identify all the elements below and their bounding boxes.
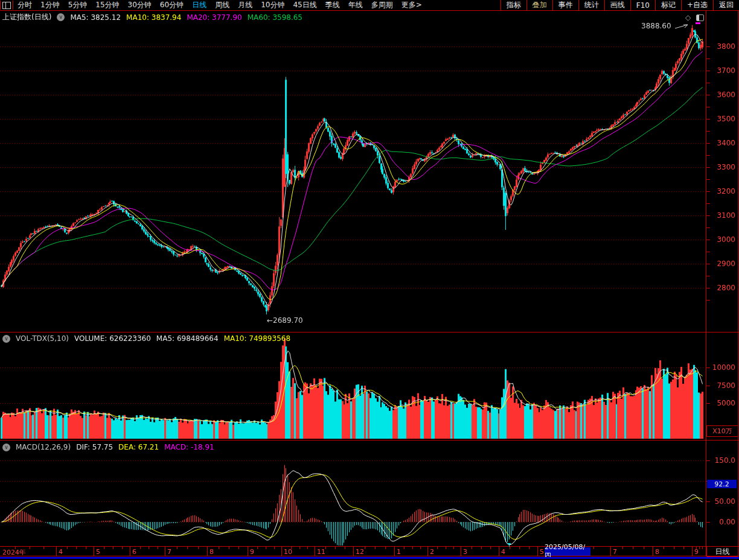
page-title: 上证指数(日线) [2,12,51,22]
month-label: 7 [613,548,617,556]
toolbar-button-8[interactable]: 返回 [713,0,739,10]
toolbar-button-0[interactable]: 指标 [501,0,526,10]
volume-tick: 7500 [705,381,735,390]
period-tab-0[interactable]: 分时 [13,1,36,9]
volume-indicator-name: VOL-TDX(5,10) [16,334,69,343]
diamond-marker-icon[interactable]: ◇ [685,13,691,22]
toolbar-button-7[interactable]: +自选 [681,0,713,10]
window-layout-icon [2,2,11,9]
period-tab-1[interactable]: 1分钟 [36,1,64,9]
period-tab-3[interactable]: 15分钟 [91,1,123,9]
dif-value: DIF: 57.75 [76,443,113,451]
macd-pane-header: ∨ MACD(12,26,9) DIF: 57.75 DEA: 67.21 MA… [2,443,214,451]
price-tick: 3200 [705,187,735,196]
macd-indicator-name: MACD(12,26,9) [16,443,71,451]
price-tick: 3600 [705,91,735,99]
price-tick: 3300 [705,163,735,171]
month-label: 6 [132,548,136,556]
month-label: 8 [210,548,214,556]
period-tab-2[interactable]: 5分钟 [64,1,92,9]
ma20-value: MA20: 3777.90 [187,13,242,22]
volume-unit-box: X10万 [706,425,738,437]
price-tick: 3100 [705,211,735,220]
stock-chart-app: 分时1分钟5分钟15分钟30分钟60分钟日线周线月线10分钟45日线季线年线多周… [0,0,739,560]
toolbar-button-5[interactable]: F10 [630,0,655,10]
macd-tick: 0.00 [705,518,735,526]
month-label: 7 [167,548,171,556]
period-tab-11[interactable]: 季线 [321,1,344,9]
collapse-chevron-icon[interactable]: ∨ [57,13,65,21]
month-label: 9 [694,548,699,556]
ma20-endpoint-marker [696,22,700,24]
period-high-label: 3888.60 [641,22,671,30]
price-tick: 3800 [705,42,735,51]
macd-value: MACD: -18.91 [164,443,214,451]
volume-tick: 5000 [705,399,735,407]
period-box[interactable]: 日线 [706,546,738,557]
month-label: 8 [655,548,659,556]
toolbar-button-2[interactable]: 事件 [552,0,578,10]
period-tab-5[interactable]: 60分钟 [156,1,188,9]
price-tick: 3000 [705,235,735,244]
bottom-blue-bar [0,557,739,559]
collapse-chevron-icon[interactable]: ∨ [2,335,10,343]
month-label: 1 [397,548,401,556]
volume-value: VOLUME: 626223360 [74,334,151,343]
month-label: 4 [501,548,505,556]
price-pane-header: 上证指数(日线) ∨ MA5: 3825.12 MA10: 3837.94 MA… [2,12,302,22]
period-tab-14[interactable]: 更多> [397,1,426,9]
period-tab-10[interactable]: 45日线 [289,1,321,9]
month-label: 3 [463,548,467,556]
period-tab-9[interactable]: 10分钟 [257,1,289,9]
month-label: 2024年 [2,548,26,557]
macd-tick: 50.00 [705,497,735,506]
toolbar-button-3[interactable]: 统计 [578,0,604,10]
period-tab-6[interactable]: 日线 [188,1,211,9]
month-label: 5 [540,548,544,556]
ma5-value: MA5: 3825.12 [70,13,121,22]
toolbar-button-6[interactable]: 标记 [655,0,681,10]
volume-tick: 10000 [705,363,735,372]
period-tab-12[interactable]: 年线 [344,1,367,9]
toolbar-right: 指标叠加事件统计画线F10标记+自选返回 [501,0,739,10]
toolbar-periods: 分时1分钟5分钟15分钟30分钟60分钟日线周线月线10分钟45日线季线年线多周… [13,0,426,10]
price-tick: 2800 [705,284,735,292]
month-label: 5 [96,548,100,556]
price-tick: 2900 [705,259,735,268]
period-low-label: ←2689.70 [267,316,303,325]
mini-window-icon[interactable] [696,14,704,21]
macd-tick: 150.0 [705,456,735,465]
toolbar-button-1[interactable]: 叠加 [526,0,552,10]
price-tick: 3400 [705,139,735,147]
month-label: 9 [250,548,254,556]
month-label: 10 [284,548,292,556]
dea-value: DEA: 67.21 [118,443,159,451]
period-tab-8[interactable]: 月线 [234,1,257,9]
toolbar-left: 分时1分钟5分钟15分钟30分钟60分钟日线周线月线10分钟45日线季线年线多周… [0,0,426,10]
macd-axis-highlight: 92.2 [707,480,737,488]
period-tab-7[interactable]: 周线 [211,1,234,9]
price-tick: 3700 [705,66,735,75]
period-tab-13[interactable]: 多周期 [367,1,397,9]
date-highlight: 2025/05/08/四 [545,547,590,556]
toolbar-button-4[interactable]: 画线 [604,0,630,10]
ma10-value: MA10: 3837.94 [126,13,181,22]
volume-pane-header: ∨ VOL-TDX(5,10) VOLUME: 626223360 MA5: 6… [2,334,290,343]
month-label: 4 [59,548,63,556]
price-tick: 3500 [705,115,735,123]
ma60-value: MA60: 3598.65 [248,13,302,22]
month-label: 2 [430,548,434,556]
collapse-chevron-icon[interactable]: ∨ [2,444,10,451]
period-tab-4[interactable]: 30分钟 [124,1,156,9]
chart-canvas[interactable] [0,0,739,560]
layout-icon-box[interactable] [0,1,13,10]
month-label: 11 [317,548,325,556]
volume-ma10: MA10: 749893568 [224,334,290,343]
volume-ma5: MA5: 698489664 [156,334,219,343]
month-label: 12 [356,548,364,556]
toolbar: 分时1分钟5分钟15分钟30分钟60分钟日线周线月线10分钟45日线季线年线多周… [0,0,739,11]
